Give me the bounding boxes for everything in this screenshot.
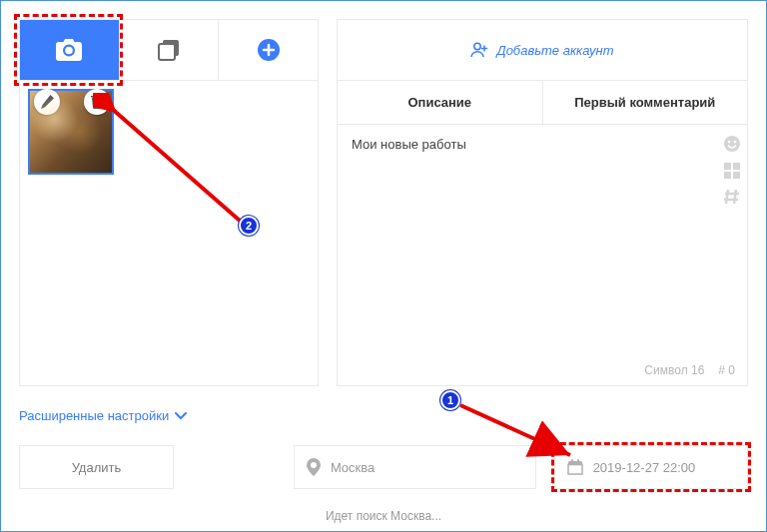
description-text: Мои новые работы (352, 137, 733, 152)
datetime-value: 2019-12-27 22:00 (593, 460, 696, 475)
svg-rect-8 (733, 163, 740, 170)
edit-button[interactable] (34, 89, 60, 115)
svg-point-4 (724, 136, 740, 152)
left-panel (19, 19, 319, 386)
thumbnails-area (19, 81, 319, 386)
pencil-icon (40, 95, 54, 109)
delete-button[interactable]: Удалить (19, 445, 174, 489)
right-tabs: Описание Первый комментарий (337, 81, 748, 125)
location-input[interactable]: Москва (294, 445, 536, 489)
location-value: Москва (331, 460, 375, 475)
grid-icon[interactable] (724, 163, 740, 179)
badge-1: 1 (440, 390, 460, 410)
tab-photo[interactable] (20, 20, 119, 80)
tab-description[interactable]: Описание (338, 81, 542, 124)
svg-rect-1 (159, 44, 175, 60)
char-counter: Символ 16 # 0 (644, 363, 735, 377)
side-icons (723, 135, 741, 205)
trash-icon (91, 95, 104, 109)
calendar-icon (567, 459, 583, 475)
svg-point-5 (728, 141, 731, 144)
plus-circle-icon (257, 38, 281, 62)
svg-rect-9 (724, 172, 731, 179)
user-plus-icon (470, 42, 488, 58)
bottom-row: Удалить Москва 2019-12-27 22:00 (19, 445, 748, 489)
right-panel: Добавьте аккаунт Описание Первый коммент… (337, 19, 748, 386)
svg-rect-10 (733, 172, 740, 179)
delete-thumb-button[interactable] (84, 89, 110, 115)
datetime-input[interactable]: 2019-12-27 22:00 (554, 445, 748, 489)
svg-point-3 (474, 43, 480, 49)
svg-rect-7 (724, 163, 731, 170)
camera-icon (56, 39, 82, 61)
svg-rect-14 (571, 459, 573, 463)
svg-rect-15 (577, 459, 579, 463)
advanced-settings-toggle[interactable]: Расширенные настройки (19, 404, 748, 427)
hashtag-icon[interactable] (724, 189, 740, 205)
description-area[interactable]: Мои новые работы Символ 16 # 0 (337, 125, 748, 386)
badge-2: 2 (239, 216, 259, 236)
search-status: Идет поиск Москва... (19, 509, 748, 523)
svg-point-6 (734, 141, 737, 144)
left-tabs (19, 19, 319, 81)
add-account-button[interactable]: Добавьте аккаунт (337, 19, 748, 81)
thumbnail-item[interactable] (28, 89, 114, 175)
tab-first-comment[interactable]: Первый комментарий (542, 81, 748, 124)
svg-rect-12 (568, 465, 582, 475)
add-account-label: Добавьте аккаунт (496, 43, 613, 58)
emoji-icon[interactable] (723, 135, 741, 153)
tab-gallery[interactable] (119, 20, 219, 80)
tab-add[interactable] (218, 20, 318, 80)
stack-icon (158, 39, 180, 61)
location-pin-icon (307, 458, 321, 476)
chevron-down-icon (175, 412, 187, 420)
